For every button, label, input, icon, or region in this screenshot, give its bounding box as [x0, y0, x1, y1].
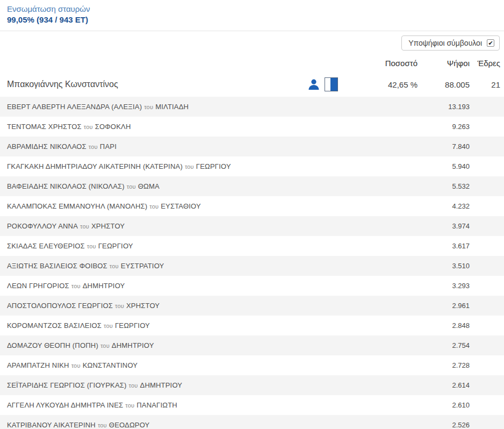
candidate-of-label: του	[71, 283, 81, 289]
candidate-father-name: ΔΗΜΗΤΡΙΟΥ	[140, 381, 183, 389]
candidate-councillors-label: Υποψήφιοι σύμβουλοι	[408, 39, 482, 47]
candidate-name: ΡΟΚΟΦΥΛΛΟΥ ΑΝΝΑ	[7, 222, 78, 230]
column-header-votes: Ψήφοι	[417, 59, 470, 68]
candidate-of-label: του	[127, 183, 136, 190]
candidate-votes: 7.840	[417, 142, 470, 151]
candidate-row: ΑΠΟΣΤΟΛΟΠΟΥΛΟΣ ΓΕΩΡΓΙΟΣτουΧΡΗΣΤΟΥ 2.961	[0, 296, 504, 316]
candidate-votes: 4.232	[417, 202, 470, 210]
candidate-votes: 5.532	[417, 182, 470, 190]
candidate-name: ΑΠΟΣΤΟΛΟΠΟΥΛΟΣ ΓΕΩΡΓΙΟΣ	[7, 302, 113, 310]
candidate-of-label: του	[185, 163, 194, 170]
candidate-votes: 3.974	[417, 222, 470, 230]
candidate-of-label: του	[100, 342, 110, 349]
candidate-row: ΚΑΛΑΜΠΟΚΑΣ ΕΜΜΑΝΟΥΗΛ (ΜΑΝΟΛΗΣ)τουΕΥΣΤΑΘΙ…	[0, 196, 504, 216]
candidate-father-name: ΕΥΣΤΡΑΤΙΟΥ	[121, 262, 164, 270]
candidate-row: ΑΡΑΜΠΑΤΖΗ ΝΙΚΗτουΚΩΝΣΤΑΝΤΙΝΟΥ 2.728	[0, 355, 504, 375]
party-ballot-icon[interactable]	[325, 77, 338, 91]
candidate-father-name: ΕΥΣΤΑΘΙΟΥ	[161, 202, 201, 210]
candidate-of-label: του	[149, 203, 159, 210]
candidate-name: ΚΑΛΑΜΠΟΚΑΣ ΕΜΜΑΝΟΥΗΛ (ΜΑΝΟΛΗΣ)	[7, 202, 147, 210]
candidate-father-name: ΠΑΡΙ	[100, 142, 117, 151]
integration-progress: 99,05% (934 / 943 ΕΤ)	[7, 15, 504, 24]
candidate-of-label: του	[110, 263, 119, 269]
candidate-of-label: του	[89, 144, 98, 150]
leader-percent: 42,65 %	[364, 80, 417, 89]
leader-icons	[307, 77, 364, 91]
candidate-name: ΤΕΝΤΟΜΑΣ ΧΡΗΣΤΟΣ	[7, 123, 82, 131]
candidate-father-name: ΘΕΟΔΩΡΟΥ	[109, 421, 150, 429]
candidate-name: ΚΟΡΟΜΑΝΤΖΟΣ ΒΑΣΙΛΕΙΟΣ	[7, 321, 102, 330]
candidate-name: ΚΑΤΡΙΒΑΝΟΥ ΑΙΚΑΤΕΡΙΝΗ	[7, 421, 96, 429]
candidate-row: ΛΕΩΝ ΓΡΗΓΟΡΙΟΣτουΔΗΜΗΤΡΙΟΥ 3.293	[0, 276, 504, 296]
candidate-of-label: του	[87, 243, 96, 249]
candidate-votes: 2.610	[417, 401, 470, 409]
candidate-father-name: ΚΩΝΣΤΑΝΤΙΝΟΥ	[83, 361, 138, 369]
integration-link[interactable]: Ενσωμάτωση σταυρών	[7, 4, 504, 13]
candidate-row: ΣΕΪΤΑΡΙΔΗΣ ΓΕΩΡΓΙΟΣ (ΓΙΟΥΡΚΑΣ)τουΔΗΜΗΤΡΙ…	[0, 375, 504, 395]
candidate-row: ΑΓΓΕΛΗ ΛΥΚΟΥΔΗ ΔΗΜΗΤΡΑ ΙΝΕΣτουΠΑΝΑΓΙΩΤΗ …	[0, 395, 504, 415]
candidate-row: ΒΑΦΕΙΑΔΗΣ ΝΙΚΟΛΑΟΣ (ΝΙΚΟΛΑΣ)τουΘΩΜΑ 5.53…	[0, 176, 504, 196]
candidate-name: ΑΡΑΜΠΑΤΖΗ ΝΙΚΗ	[7, 361, 69, 369]
candidate-father-name: ΣΟΦΟΚΛΗ	[95, 123, 131, 131]
candidate-row: ΕΒΕΡΤ ΑΛΒΕΡΤΗ ΑΛΕΞΑΝΔΡΑ (ΑΛΕΞΙΑ)τουΜΙΛΤΙ…	[0, 97, 504, 117]
candidate-votes: 3.510	[417, 262, 470, 270]
candidate-name: ΣΚΙΑΔΑΣ ΕΛΕΥΘΕΡΙΟΣ	[7, 242, 85, 250]
candidate-of-label: του	[115, 303, 124, 309]
candidate-votes: 2.848	[417, 321, 470, 330]
candidate-father-name: ΧΡΗΣΤΟΥ	[91, 222, 125, 230]
candidate-row: ΔΟΜΑΖΟΥ ΘΕΟΠΗ (ΠΟΠΗ)τουΔΗΜΗΤΡΙΟΥ 2.754	[0, 335, 504, 355]
candidate-name: ΣΕΪΤΑΡΙΔΗΣ ΓΕΩΡΓΙΟΣ (ΓΙΟΥΡΚΑΣ)	[7, 381, 127, 389]
candidate-father-name: ΔΗΜΗΤΡΙΟΥ	[83, 282, 125, 290]
candidate-votes: 3.617	[417, 242, 470, 250]
candidate-of-label: του	[144, 104, 153, 110]
candidate-votes: 2.961	[417, 302, 470, 310]
candidate-father-name: ΓΕΩΡΓΙΟΥ	[196, 162, 231, 170]
toolbar: Υποψήφιοι σύμβουλοι ✔	[0, 31, 504, 51]
candidate-father-name: ΓΕΩΡΓΙΟΥ	[98, 242, 133, 250]
candidate-row: ΑΒΡΑΜΙΔΗΣ ΝΙΚΟΛΑΟΣτουΠΑΡΙ 7.840	[0, 137, 504, 156]
leader-votes: 88.005	[417, 80, 470, 89]
candidate-name: ΒΑΦΕΙΑΔΗΣ ΝΙΚΟΛΑΟΣ (ΝΙΚΟΛΑΣ)	[7, 182, 125, 190]
candidate-father-name: ΧΡΗΣΤΟΥ	[126, 302, 160, 310]
candidate-name: ΑΒΡΑΜΙΔΗΣ ΝΙΚΟΛΑΟΣ	[7, 142, 87, 151]
candidate-row: ΤΕΝΤΟΜΑΣ ΧΡΗΣΤΟΣτουΣΟΦΟΚΛΗ 9.263	[0, 117, 504, 137]
results-header: Ενσωμάτωση σταυρών 99,05% (934 / 943 ΕΤ)	[0, 0, 504, 31]
candidate-votes: 3.293	[417, 282, 470, 290]
candidate-row: ΚΑΤΡΙΒΑΝΟΥ ΑΙΚΑΤΕΡΙΝΗτουΘΕΟΔΩΡΟΥ 2.526	[0, 415, 504, 429]
candidate-councillors-toggle[interactable]: Υποψήφιοι σύμβουλοι ✔	[401, 35, 500, 51]
candidate-of-label: του	[129, 382, 138, 389]
table-header-row: Ποσοστό Ψήφοι Έδρες	[0, 54, 504, 72]
leader-row: Μπακογιάννης Κωνσταντίνος 42,65 % 88.005…	[0, 72, 504, 97]
candidate-name: ΔΟΜΑΖΟΥ ΘΕΟΠΗ (ΠΟΠΗ)	[7, 341, 98, 349]
candidate-of-label: του	[98, 422, 107, 428]
candidate-of-label: του	[71, 362, 81, 369]
candidate-row: ΚΟΡΟΜΑΝΤΖΟΣ ΒΑΣΙΛΕΙΟΣτουΓΕΩΡΓΙΟΥ 2.848	[0, 316, 504, 335]
candidate-votes: 9.263	[417, 123, 470, 131]
column-header-seats: Έδρες	[470, 59, 504, 68]
candidate-votes: 2.526	[417, 421, 470, 429]
candidate-father-name: ΓΕΩΡΓΙΟΥ	[115, 321, 150, 330]
candidate-father-name: ΠΑΝΑΓΙΩΤΗ	[136, 401, 177, 409]
candidate-votes: 13.193	[417, 103, 470, 111]
candidate-of-label: του	[84, 124, 93, 130]
leader-seats: 21	[470, 80, 504, 89]
candidate-name: ΛΕΩΝ ΓΡΗΓΟΡΙΟΣ	[7, 282, 69, 290]
candidate-father-name: ΜΙΛΤΙΑΔΗ	[155, 103, 189, 111]
candidate-name: ΑΞΙΩΤΗΣ ΒΑΣΙΛΕΙΟΣ ΦΟΙΒΟΣ	[7, 262, 107, 270]
candidate-votes: 2.614	[417, 381, 470, 389]
candidate-votes: 2.754	[417, 341, 470, 349]
person-icon[interactable]	[307, 78, 320, 91]
candidate-name: ΓΚΑΓΚΑΚΗ ΔΗΜΗΤΡΙΑΔΟΥ ΑΙΚΑΤΕΡΙΝΗ (ΚΑΤΕΡΙΝ…	[7, 162, 183, 170]
candidate-name: ΑΓΓΕΛΗ ΛΥΚΟΥΔΗ ΔΗΜΗΤΡΑ ΙΝΕΣ	[7, 401, 123, 409]
column-header-percent: Ποσοστό	[364, 59, 417, 68]
candidate-row: ΓΚΑΓΚΑΚΗ ΔΗΜΗΤΡΙΑΔΟΥ ΑΙΚΑΤΕΡΙΝΗ (ΚΑΤΕΡΙΝ…	[0, 156, 504, 176]
candidate-votes: 2.728	[417, 361, 470, 369]
candidate-of-label: του	[104, 323, 113, 329]
candidate-father-name: ΔΗΜΗΤΡΙΟΥ	[112, 341, 154, 349]
candidate-councillors-checkbox[interactable]: ✔	[487, 39, 494, 47]
candidate-father-name: ΘΩΜΑ	[138, 182, 160, 190]
candidate-row: ΡΟΚΟΦΥΛΛΟΥ ΑΝΝΑτουΧΡΗΣΤΟΥ 3.974	[0, 216, 504, 236]
candidate-row: ΣΚΙΑΔΑΣ ΕΛΕΥΘΕΡΙΟΣτουΓΕΩΡΓΙΟΥ 3.617	[0, 236, 504, 256]
candidate-name: ΕΒΕΡΤ ΑΛΒΕΡΤΗ ΑΛΕΞΑΝΔΡΑ (ΑΛΕΞΙΑ)	[7, 103, 142, 111]
candidate-list: ΕΒΕΡΤ ΑΛΒΕΡΤΗ ΑΛΕΞΑΝΔΡΑ (ΑΛΕΞΙΑ)τουΜΙΛΤΙ…	[0, 97, 504, 429]
